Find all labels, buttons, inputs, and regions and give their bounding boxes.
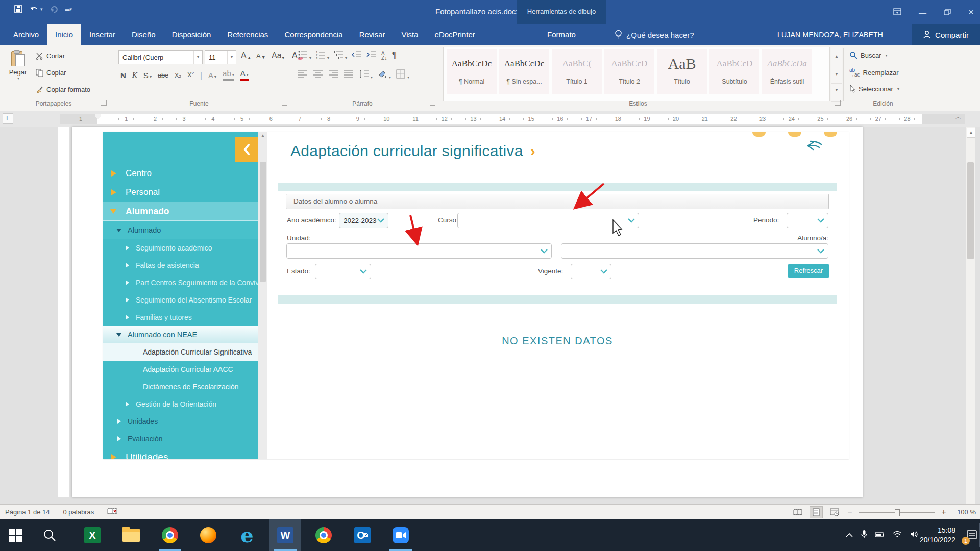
print-layout-view-button[interactable] bbox=[810, 506, 823, 518]
refresh-button[interactable]: Refrescar bbox=[788, 264, 829, 278]
line-spacing-button[interactable]: ▾ bbox=[359, 69, 373, 80]
zoom-out-button[interactable]: − bbox=[846, 508, 853, 517]
close-button[interactable]: × bbox=[968, 7, 974, 18]
unit-select[interactable] bbox=[286, 243, 552, 259]
hidden-icons-chevron[interactable] bbox=[846, 531, 853, 540]
sidebar-item[interactable]: Seguimiento académico bbox=[103, 239, 258, 257]
zoom-slider[interactable] bbox=[859, 512, 935, 513]
minimize-button[interactable]: — bbox=[919, 8, 926, 17]
ribbon-tab[interactable]: Inicio bbox=[47, 24, 81, 45]
student-select[interactable] bbox=[561, 243, 828, 259]
back-arrow-icon[interactable] bbox=[806, 140, 824, 156]
taskbar-chrome-icon[interactable] bbox=[154, 519, 186, 551]
read-mode-view-button[interactable] bbox=[791, 506, 804, 518]
decrease-indent-button[interactable] bbox=[352, 50, 362, 61]
sidebar-item[interactable]: Personal bbox=[103, 183, 258, 202]
style-card[interactable]: AaBbCcD Título 2 bbox=[604, 49, 654, 94]
sidebar-item[interactable]: Evaluación bbox=[103, 430, 258, 447]
find-button[interactable]: Buscar▾ bbox=[849, 51, 887, 59]
superscript-button[interactable]: X2 bbox=[187, 71, 194, 79]
battery-icon[interactable] bbox=[875, 531, 885, 540]
app-scrollbar[interactable]: ▲ bbox=[258, 132, 267, 459]
zoom-slider-thumb[interactable] bbox=[895, 509, 900, 516]
ribbon-tab[interactable]: Diseño bbox=[124, 24, 164, 45]
word-count[interactable]: 0 palabras bbox=[63, 508, 94, 516]
ribbon-tab[interactable]: Correspondencia bbox=[276, 24, 351, 45]
strikethrough-button[interactable]: abc bbox=[158, 71, 168, 79]
change-case-button[interactable]: Aa▾ bbox=[272, 51, 284, 60]
sidebar-item[interactable]: Alumnado con NEAE bbox=[103, 326, 258, 343]
style-card[interactable]: AaBbC( Título 1 bbox=[552, 49, 602, 94]
sidebar-item[interactable]: Alumnado bbox=[103, 202, 258, 221]
taskbar-edge-icon[interactable]: e bbox=[231, 519, 263, 551]
app-scroll-thumb[interactable] bbox=[260, 162, 266, 282]
highlight-button[interactable]: ab▾ bbox=[223, 69, 234, 81]
font-size-combo[interactable]: 11▾ bbox=[205, 50, 236, 64]
copy-button[interactable]: Copiar bbox=[36, 69, 66, 77]
zoom-level[interactable]: 100 % bbox=[952, 508, 976, 516]
taskbar-firefox-icon[interactable] bbox=[192, 519, 224, 551]
microphone-icon[interactable] bbox=[861, 530, 867, 541]
replace-button[interactable]: ab→ac Reemplazar bbox=[849, 68, 899, 77]
sidebar-item[interactable]: Utilidades bbox=[103, 447, 258, 459]
start-button[interactable] bbox=[0, 519, 32, 551]
style-card[interactable]: AaB Título bbox=[657, 49, 707, 94]
sort-button[interactable]: AZ↓ bbox=[381, 51, 387, 60]
collapse-ribbon-chevron[interactable]: ︿ bbox=[955, 113, 961, 121]
period-select[interactable] bbox=[787, 213, 828, 228]
sidebar-item[interactable]: Seguimiento del Absentismo Escolar bbox=[103, 291, 258, 309]
ribbon-tab[interactable]: Insertar bbox=[81, 24, 124, 45]
shrink-font-button[interactable]: A▼ bbox=[256, 52, 266, 60]
subscript-button[interactable]: X2 bbox=[175, 71, 181, 79]
styles-more-button[interactable]: ▼— bbox=[831, 84, 842, 102]
sidebar-collapse-button[interactable] bbox=[235, 137, 258, 162]
italic-button[interactable]: K bbox=[132, 71, 137, 80]
taskbar-video-app-icon[interactable] bbox=[385, 519, 416, 551]
course-select[interactable] bbox=[457, 213, 639, 228]
align-left-button[interactable] bbox=[298, 69, 308, 80]
sidebar-item[interactable]: Adaptación Curricular AACC bbox=[103, 361, 258, 378]
page-indicator[interactable]: Página 1 de 14 bbox=[5, 508, 50, 516]
tab-formato[interactable]: Formato bbox=[531, 24, 592, 45]
sidebar-item[interactable]: Faltas de asistencia bbox=[103, 257, 258, 274]
signed-in-user[interactable]: LUJAN MENDOZA, ELIZABETH bbox=[777, 24, 883, 45]
proofing-icon[interactable] bbox=[107, 508, 117, 517]
sidebar-item[interactable]: Gestión de la Orientación bbox=[103, 395, 258, 413]
sidebar-item[interactable]: Centro bbox=[103, 164, 258, 183]
tell-me-box[interactable]: ¿Qué desea hacer? bbox=[615, 24, 694, 45]
ribbon-tab[interactable]: eDocPrinter bbox=[427, 24, 483, 45]
taskbar-excel-icon[interactable]: X bbox=[77, 519, 108, 551]
ribbon-tab[interactable]: Archivo bbox=[5, 24, 47, 45]
current-select[interactable] bbox=[571, 264, 611, 279]
format-painter-button[interactable]: Copiar formato bbox=[36, 86, 90, 93]
select-button[interactable]: Seleccionar▾ bbox=[849, 85, 899, 93]
sidebar-item[interactable]: Unidades bbox=[103, 413, 258, 430]
volume-icon[interactable] bbox=[910, 531, 919, 540]
bullets-button[interactable]: ▾ bbox=[298, 50, 311, 61]
taskbar-word-icon[interactable]: W bbox=[270, 519, 301, 551]
tab-stop-selector[interactable]: L bbox=[3, 113, 13, 124]
cut-button[interactable]: Cortar bbox=[36, 52, 65, 60]
font-color-button[interactable]: A▾ bbox=[240, 69, 249, 81]
taskbar-search-button[interactable] bbox=[34, 519, 65, 551]
taskbar-outlook-icon[interactable]: O bbox=[347, 519, 378, 551]
style-card[interactable]: AaBbCcDc ¶ Normal bbox=[447, 49, 497, 94]
word-vertical-scrollbar[interactable]: ▲ bbox=[966, 127, 975, 504]
styles-dialog-launcher[interactable] bbox=[835, 100, 841, 106]
grow-font-button[interactable]: A▲ bbox=[241, 51, 252, 60]
multilevel-list-button[interactable]: ▾ bbox=[334, 50, 347, 61]
paragraph-dialog-launcher[interactable] bbox=[430, 100, 435, 106]
text-effects-button[interactable]: A▾ bbox=[208, 71, 216, 80]
taskbar-clock[interactable]: 15:08 20/10/2022 bbox=[920, 519, 955, 551]
scroll-thumb[interactable] bbox=[967, 162, 974, 259]
sidebar-item[interactable]: Alumnado bbox=[103, 221, 258, 239]
style-card[interactable]: AaBbCcD Subtítulo bbox=[709, 49, 760, 94]
zoom-in-button[interactable]: + bbox=[940, 508, 947, 517]
bold-button[interactable]: N bbox=[120, 71, 126, 80]
align-right-button[interactable] bbox=[329, 69, 339, 80]
ribbon-tab[interactable]: Disposición bbox=[164, 24, 219, 45]
document-page[interactable]: Centro Personal Alumnado bbox=[72, 127, 863, 497]
web-layout-view-button[interactable] bbox=[828, 506, 841, 518]
year-select[interactable]: 2022-2023 bbox=[339, 213, 388, 228]
styles-scroll-up[interactable]: ▲ bbox=[831, 47, 842, 65]
